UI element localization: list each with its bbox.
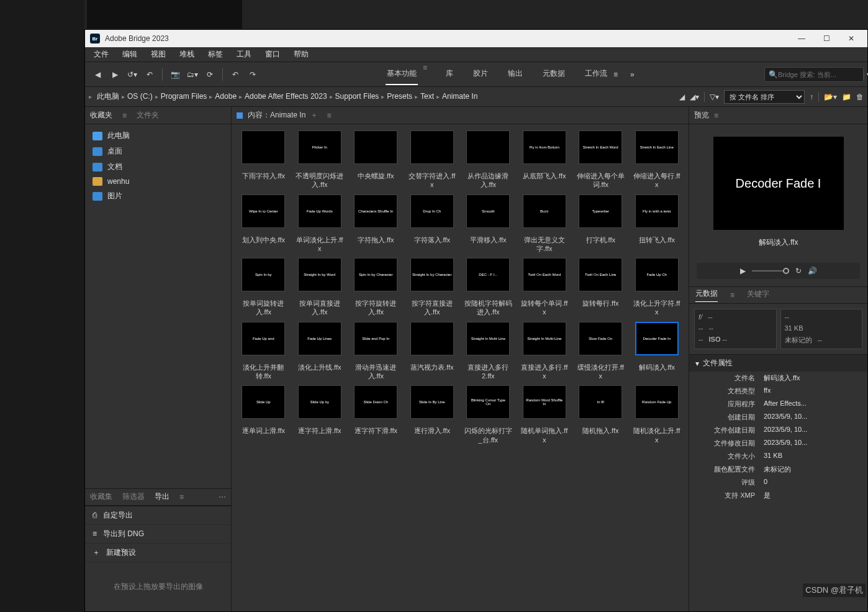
metadata-tab[interactable]: 元数据 — [695, 288, 718, 302]
grid-item[interactable]: Straight In by Character按字符直接进入.ffx — [407, 258, 458, 317]
grid-item[interactable]: Slide In By Line逐行滑入.ffx — [407, 385, 458, 444]
grid-item[interactable]: 蒸汽视力表.ffx — [407, 322, 458, 381]
grid-item[interactable]: Fade Up Words单词淡化上升.ffx — [294, 194, 346, 253]
search-dropdown-icon[interactable]: ▾ — [864, 70, 868, 79]
favorites-tab[interactable]: 收藏夹 — [90, 110, 112, 121]
grid-item[interactable]: Drop In Ch字符落入.ffx — [407, 194, 458, 253]
grid-item[interactable]: Slide Up by逐字符上滑.ffx — [294, 385, 346, 444]
workspace-tab-5[interactable]: 工作流 — [584, 63, 608, 85]
crumb-2[interactable]: Program Files — [158, 91, 210, 102]
grid-item[interactable]: Blinking Cursor Type On闪烁的光标打字_台.ffx — [463, 385, 514, 444]
menu-窗口[interactable]: 窗口 — [259, 47, 286, 62]
grid-item[interactable]: Straight In by Word按单词直接进入.ffx — [294, 258, 346, 317]
menu-标签[interactable]: 标签 — [202, 47, 229, 62]
forward-button[interactable]: ▶ — [106, 66, 124, 83]
grid-item[interactable]: DEC - F I...按随机字符解码进入.ffx — [463, 258, 514, 317]
menu-文件[interactable]: 文件 — [88, 47, 115, 62]
grid-item[interactable]: Straight In Multi-Line直接进入多行 2.ffx — [463, 322, 514, 381]
boomerang-button[interactable]: ↶ — [141, 66, 158, 83]
grid-item[interactable]: Twirl On Each Word旋转每个单词.ffx — [519, 258, 571, 317]
grid-item[interactable]: Decoder Fade In解码淡入.ffx — [631, 322, 683, 381]
back-button[interactable]: ◀ — [89, 66, 106, 83]
favorites-menu-icon[interactable]: ≡ — [122, 111, 127, 120]
keywords-tab[interactable]: 关键字 — [747, 289, 769, 302]
grid-item[interactable]: Slow Fade On缓慢淡化打开.ffx — [575, 322, 626, 381]
search-input[interactable] — [778, 71, 864, 78]
grid-item[interactable]: Flicker In不透明度闪烁进入.ffx — [294, 130, 346, 190]
favorite-item-4[interactable]: 图片 — [85, 188, 231, 204]
folders-tab[interactable]: 文件夹 — [137, 110, 159, 121]
search-box[interactable]: 🔍 ▾ — [764, 67, 864, 82]
new-preset[interactable]: ＋新建预设 — [85, 544, 231, 562]
menu-编辑[interactable]: 编辑 — [116, 47, 143, 62]
grid-item[interactable]: Smooth平滑移入.ffx — [463, 194, 514, 253]
crumb-5[interactable]: Support Files — [333, 91, 382, 102]
workspace-tab-1[interactable]: 库 — [445, 63, 454, 85]
export-menu-icon[interactable]: ≡ — [179, 493, 184, 501]
grid-item[interactable]: Spin In by按单词旋转进入.ffx — [238, 258, 289, 317]
grid-item[interactable]: Random Fade Up随机淡化上升.ffx — [631, 385, 683, 444]
export-tab[interactable]: 导出 — [155, 491, 170, 502]
metadata-menu-icon[interactable]: ≡ — [730, 291, 735, 299]
playback-slider[interactable] — [752, 270, 789, 272]
rotate-ccw-button[interactable]: ↶ — [227, 66, 244, 83]
panel-options-icon[interactable]: ⋯ — [219, 493, 226, 501]
grid-item[interactable]: 中央螺旋.ffx — [350, 130, 402, 190]
grid-item[interactable]: Spin In by Character按字符旋转进入.ffx — [350, 258, 402, 317]
export-custom[interactable]: ⎙自定导出 — [85, 506, 231, 525]
grid-item[interactable]: 从作品边缘滑入.ffx — [463, 130, 514, 190]
grid-item[interactable]: 下雨字符入.ffx — [238, 130, 289, 190]
trash-icon[interactable]: 🗑 — [856, 93, 864, 101]
grid-item[interactable]: Stretch In Each Word伸缩进入每个单词.ffx — [575, 130, 626, 190]
minimize-button[interactable]: — — [790, 31, 813, 46]
grid-item[interactable]: Stretch In Each Line伸缩进入每行.ffx — [631, 130, 683, 190]
sort-dir-icon[interactable]: ↑ — [810, 93, 813, 101]
content-menu-icon[interactable]: ≡ — [327, 111, 331, 120]
grid-item[interactable]: Slide Down Ch逐字符下滑.ffx — [350, 385, 402, 444]
favorite-item-2[interactable]: 文档 — [85, 159, 231, 175]
crumb-0[interactable]: 此电脑 — [94, 91, 122, 102]
grid-item[interactable]: Slide Up逐单词上滑.ffx — [238, 385, 289, 444]
batch-button[interactable]: 🗂▾ — [184, 66, 201, 83]
volume-button[interactable]: 🔊 — [808, 267, 817, 275]
grid-item[interactable]: Fly in from Bottom从底部飞入.ffx — [519, 130, 571, 190]
histogram-icon[interactable]: ◢ — [679, 93, 685, 101]
star-filter-icon[interactable]: ◢▾ — [690, 93, 699, 101]
crumb-8[interactable]: Animate In — [440, 91, 480, 102]
menu-视图[interactable]: 视图 — [145, 47, 172, 62]
grid-item[interactable]: In ffl随机拖入.ffx — [575, 385, 626, 444]
grid-item[interactable]: Buzz弹出无意义文字.ffx — [519, 194, 571, 253]
favorite-item-1[interactable]: 桌面 — [85, 144, 231, 159]
file-props-header[interactable]: ▾ 文件属性 — [689, 355, 867, 372]
grid-item[interactable]: Twirl On Each Line旋转每行.ffx — [575, 258, 626, 317]
grid-item[interactable]: Typewriter打字机.ffx — [575, 194, 626, 253]
workspace-tab-2[interactable]: 胶片 — [472, 63, 489, 85]
crumb-6[interactable]: Presets — [384, 91, 415, 102]
crumb-3[interactable]: Adobe — [212, 91, 239, 102]
grid-item[interactable]: Characters Shuffle In字符拖入.ffx — [350, 194, 402, 253]
crumb-1[interactable]: OS (C:) — [125, 91, 155, 102]
close-button[interactable]: ✕ — [840, 31, 862, 46]
filter-tab[interactable]: 筛选器 — [122, 491, 145, 502]
refresh-button[interactable]: ⟳ — [201, 66, 219, 83]
sort-select[interactable]: 按 文件名 排序 — [724, 90, 805, 104]
workspace-menu-icon[interactable]: ≡ — [613, 70, 618, 79]
maximize-button[interactable]: ☐ — [815, 31, 838, 46]
export-dng[interactable]: ≡导出到 DNG — [85, 525, 231, 544]
menu-工具[interactable]: 工具 — [230, 47, 258, 62]
favorite-item-3[interactable]: wenhu — [85, 175, 231, 188]
open-icon[interactable]: 📂▾ — [824, 93, 837, 101]
funnel-icon[interactable]: ▽▾ — [710, 93, 719, 101]
breadcrumb-root-icon[interactable]: ▸ — [89, 93, 92, 100]
recent-button[interactable]: ↺▾ — [124, 66, 141, 83]
grid-item[interactable]: 交替字符进入.ffx — [407, 130, 458, 190]
grid-item[interactable]: Fly in with a twist扭转飞入.ffx — [631, 194, 683, 253]
collections-tab[interactable]: 收藏集 — [90, 491, 112, 502]
menu-帮助[interactable]: 帮助 — [287, 47, 315, 62]
crumb-7[interactable]: Text — [418, 91, 436, 102]
menu-堆栈[interactable]: 堆栈 — [173, 47, 201, 62]
rotate-cw-button[interactable]: ↷ — [244, 66, 261, 83]
preview-tab[interactable]: 预览 — [694, 110, 709, 121]
loop-button[interactable]: ↻ — [795, 267, 802, 275]
grid-item[interactable]: Fade Up Ch淡化上升字符.ffx — [631, 258, 683, 317]
